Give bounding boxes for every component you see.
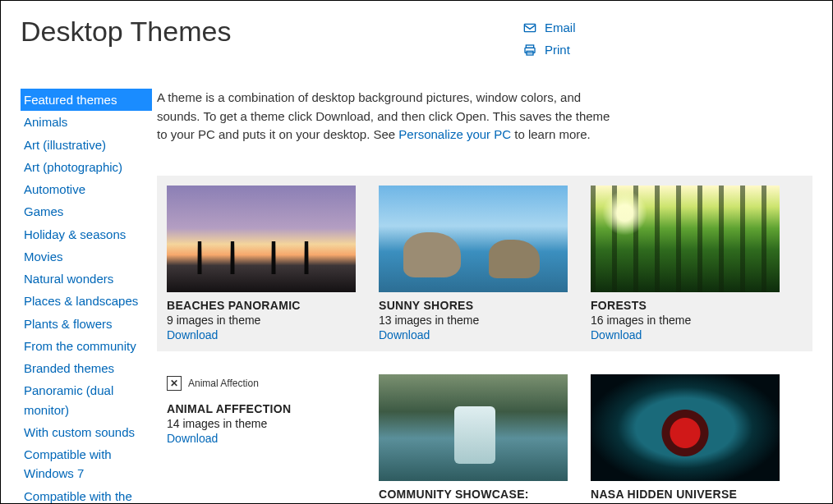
sidebar-item-compatible-with-the-new-windows[interactable]: Compatible with the new Windows	[21, 485, 157, 505]
theme-thumbnail[interactable]	[379, 186, 568, 292]
print-link[interactable]: Print	[523, 43, 576, 57]
sidebar-item-from-the-community[interactable]: From the community	[21, 335, 141, 357]
sidebar-item-with-custom-sounds[interactable]: With custom sounds	[21, 421, 140, 443]
sidebar-item-compatible-with-windows-7[interactable]: Compatible with Windows 7	[21, 443, 157, 485]
sidebar-item-holiday-seasons[interactable]: Holiday & seasons	[21, 223, 131, 245]
theme-title: NASA HIDDEN UNIVERSE	[591, 488, 780, 501]
share-actions: Email Print	[523, 21, 576, 65]
theme-card-animal-affection: ✕ Animal Affection ANIMAL AFFFECTION 14 …	[167, 374, 356, 501]
download-link[interactable]: Download	[167, 432, 356, 445]
sidebar-item-movies[interactable]: Movies	[21, 245, 68, 268]
email-icon	[523, 21, 536, 34]
theme-title: FORESTS	[591, 299, 780, 312]
theme-subtitle: 14 images in theme	[167, 417, 356, 430]
theme-subtitle: 13 images in theme	[379, 314, 568, 327]
intro-post: to learn more.	[511, 127, 591, 141]
page-title: Desktop Themes	[1, 1, 832, 48]
theme-title: BEACHES PANORAMIC	[167, 299, 356, 312]
sidebar-item-branded-themes[interactable]: Branded themes	[21, 357, 119, 379]
sidebar-item-art-photographic[interactable]: Art (photographic)	[21, 156, 127, 178]
email-link[interactable]: Email	[523, 21, 576, 34]
main-content: A theme is a combination of desktop back…	[157, 89, 832, 504]
print-label: Print	[545, 43, 570, 57]
sidebar-item-places-landscapes[interactable]: Places & landscapes	[21, 290, 143, 312]
sidebar-item-natural-wonders[interactable]: Natural wonders	[21, 268, 118, 290]
category-sidebar: Featured themesAnimalsArt (illustrative)…	[1, 89, 157, 504]
theme-card-sunny-shores: SUNNY SHORES 13 images in theme Download	[379, 186, 568, 341]
broken-image-icon: ✕	[167, 376, 182, 391]
theme-title: ANIMAL AFFFECTION	[167, 402, 356, 415]
theme-row-secondary: ✕ Animal Affection ANIMAL AFFFECTION 14 …	[157, 364, 812, 505]
broken-image-alt: Animal Affection	[188, 378, 259, 389]
theme-card-nasa: NASA HIDDEN UNIVERSE	[591, 374, 780, 501]
download-link[interactable]: Download	[591, 328, 780, 341]
theme-title: COMMUNITY SHOWCASE:	[379, 488, 568, 501]
email-label: Email	[545, 21, 576, 34]
theme-subtitle: 16 images in theme	[591, 314, 780, 327]
theme-card-beaches: BEACHES PANORAMIC 9 images in theme Down…	[167, 186, 356, 341]
sidebar-item-featured-themes[interactable]: Featured themes	[21, 89, 152, 111]
sidebar-item-animals[interactable]: Animals	[21, 111, 72, 133]
intro-text: A theme is a combination of desktop back…	[157, 89, 617, 144]
sidebar-item-panoramic-dual-monitor[interactable]: Panoramic (dual monitor)	[21, 379, 157, 421]
theme-subtitle: 9 images in theme	[167, 314, 356, 327]
theme-thumbnail[interactable]	[591, 374, 780, 481]
theme-row-featured: BEACHES PANORAMIC 9 images in theme Down…	[157, 176, 812, 351]
broken-image-placeholder: ✕ Animal Affection	[167, 374, 356, 396]
download-link[interactable]: Download	[379, 328, 568, 341]
sidebar-item-automotive[interactable]: Automotive	[21, 178, 90, 200]
theme-card-community-showcase: COMMUNITY SHOWCASE:	[379, 374, 568, 501]
personalize-link[interactable]: Personalize your PC	[398, 127, 511, 141]
theme-title: SUNNY SHORES	[379, 299, 568, 312]
svg-rect-0	[524, 24, 535, 31]
print-icon	[523, 44, 536, 57]
theme-thumbnail[interactable]	[591, 186, 780, 292]
theme-thumbnail[interactable]	[167, 186, 356, 292]
sidebar-item-games[interactable]: Games	[21, 200, 68, 222]
sidebar-item-plants-flowers[interactable]: Plants & flowers	[21, 313, 117, 335]
download-link[interactable]: Download	[167, 328, 356, 341]
theme-thumbnail[interactable]	[379, 374, 568, 481]
sidebar-item-art-illustrative[interactable]: Art (illustrative)	[21, 134, 111, 156]
theme-card-forests: FORESTS 16 images in theme Download	[591, 186, 780, 341]
